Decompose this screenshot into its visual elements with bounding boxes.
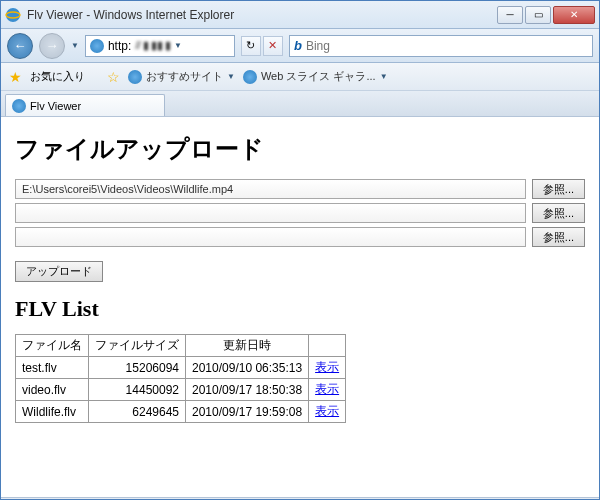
webslice-label: Web スライス ギャラ... bbox=[261, 69, 376, 84]
page-icon bbox=[90, 39, 104, 53]
nav-icon-group: ↻ ✕ bbox=[241, 36, 283, 56]
table-row: video.flv144500922010/09/17 18:50:38表示 bbox=[16, 379, 346, 401]
browse-button-2[interactable]: 参照... bbox=[532, 203, 585, 223]
stop-button[interactable]: ✕ bbox=[263, 36, 283, 56]
ie-logo-icon bbox=[5, 7, 21, 23]
maximize-button[interactable]: ▭ bbox=[525, 6, 551, 24]
col-filesize: ファイルサイズ bbox=[89, 335, 186, 357]
col-filename: ファイル名 bbox=[16, 335, 89, 357]
window-titlebar: Flv Viewer - Windows Internet Explorer ─… bbox=[1, 1, 599, 29]
cell-action: 表示 bbox=[309, 401, 346, 423]
cell-action: 表示 bbox=[309, 357, 346, 379]
table-row: Wildlife.flv62496452010/09/17 19:59:08表示 bbox=[16, 401, 346, 423]
ie-icon bbox=[243, 70, 257, 84]
col-action bbox=[309, 335, 346, 357]
browse-button-1[interactable]: 参照... bbox=[532, 179, 585, 199]
refresh-button[interactable]: ↻ bbox=[241, 36, 261, 56]
tab-label: Flv Viewer bbox=[30, 100, 81, 112]
cell-date: 2010/09/17 18:50:38 bbox=[186, 379, 309, 401]
favorites-label[interactable]: お気に入り bbox=[30, 69, 85, 84]
bing-icon: b bbox=[294, 38, 302, 53]
cell-filesize: 14450092 bbox=[89, 379, 186, 401]
cell-filename: video.flv bbox=[16, 379, 89, 401]
page-content: ファイルアップロード E:\Users\corei5\Videos\Videos… bbox=[1, 117, 599, 497]
forward-button[interactable]: → bbox=[39, 33, 65, 59]
file-row: 参照... bbox=[15, 227, 585, 247]
upload-button[interactable]: アップロード bbox=[15, 261, 103, 282]
nav-toolbar: ← → ▼ http: // ▮ ▮▮ ▮ ▼ ↻ ✕ b bbox=[1, 29, 599, 63]
file-row: E:\Users\corei5\Videos\Videos\Wildlife.m… bbox=[15, 179, 585, 199]
minimize-button[interactable]: ─ bbox=[497, 6, 523, 24]
upload-heading: ファイルアップロード bbox=[15, 133, 585, 165]
ie-icon bbox=[128, 70, 142, 84]
view-link[interactable]: 表示 bbox=[315, 382, 339, 396]
cell-filesize: 6249645 bbox=[89, 401, 186, 423]
cell-filesize: 15206094 bbox=[89, 357, 186, 379]
cell-filename: test.flv bbox=[16, 357, 89, 379]
cell-filename: Wildlife.flv bbox=[16, 401, 89, 423]
url-host-blurred: // ▮ ▮▮ ▮ bbox=[135, 39, 170, 52]
suggested-star-icon: ☆ bbox=[107, 69, 120, 85]
view-link[interactable]: 表示 bbox=[315, 360, 339, 374]
cell-date: 2010/09/17 19:59:08 bbox=[186, 401, 309, 423]
suggested-label: おすすめサイト bbox=[146, 69, 223, 84]
address-bar[interactable]: http: // ▮ ▮▮ ▮ ▼ bbox=[85, 35, 235, 57]
page-icon bbox=[12, 99, 26, 113]
url-scheme: http: bbox=[108, 39, 131, 53]
webslice-link[interactable]: Web スライス ギャラ... ▼ bbox=[243, 69, 388, 84]
file-input-1[interactable]: E:\Users\corei5\Videos\Videos\Wildlife.m… bbox=[15, 179, 526, 199]
table-header-row: ファイル名 ファイルサイズ 更新日時 bbox=[16, 335, 346, 357]
window-title: Flv Viewer - Windows Internet Explorer bbox=[27, 8, 497, 22]
close-button[interactable]: ✕ bbox=[553, 6, 595, 24]
cell-date: 2010/09/10 06:35:13 bbox=[186, 357, 309, 379]
list-heading: FLV List bbox=[15, 296, 585, 322]
file-input-3[interactable] bbox=[15, 227, 526, 247]
col-date: 更新日時 bbox=[186, 335, 309, 357]
flv-table: ファイル名 ファイルサイズ 更新日時 test.flv152060942010/… bbox=[15, 334, 346, 423]
tab-bar: Flv Viewer bbox=[1, 91, 599, 117]
search-box[interactable]: b bbox=[289, 35, 593, 57]
chevron-down-icon: ▼ bbox=[227, 72, 235, 81]
back-button[interactable]: ← bbox=[7, 33, 33, 59]
tab-flv-viewer[interactable]: Flv Viewer bbox=[5, 94, 165, 116]
file-input-2[interactable] bbox=[15, 203, 526, 223]
favorites-bar: ★ お気に入り ☆ おすすめサイト ▼ Web スライス ギャラ... ▼ bbox=[1, 63, 599, 91]
address-dropdown-icon[interactable]: ▼ bbox=[174, 41, 182, 50]
chevron-down-icon: ▼ bbox=[380, 72, 388, 81]
search-input[interactable] bbox=[306, 39, 588, 53]
table-row: test.flv152060942010/09/10 06:35:13表示 bbox=[16, 357, 346, 379]
svg-point-0 bbox=[6, 8, 20, 22]
browse-button-3[interactable]: 参照... bbox=[532, 227, 585, 247]
suggested-sites-link[interactable]: おすすめサイト ▼ bbox=[128, 69, 235, 84]
cell-action: 表示 bbox=[309, 379, 346, 401]
history-dropdown-icon[interactable]: ▼ bbox=[71, 41, 79, 50]
window-controls: ─ ▭ ✕ bbox=[497, 6, 595, 24]
file-row: 参照... bbox=[15, 203, 585, 223]
favorites-star-icon[interactable]: ★ bbox=[9, 69, 22, 85]
view-link[interactable]: 表示 bbox=[315, 404, 339, 418]
